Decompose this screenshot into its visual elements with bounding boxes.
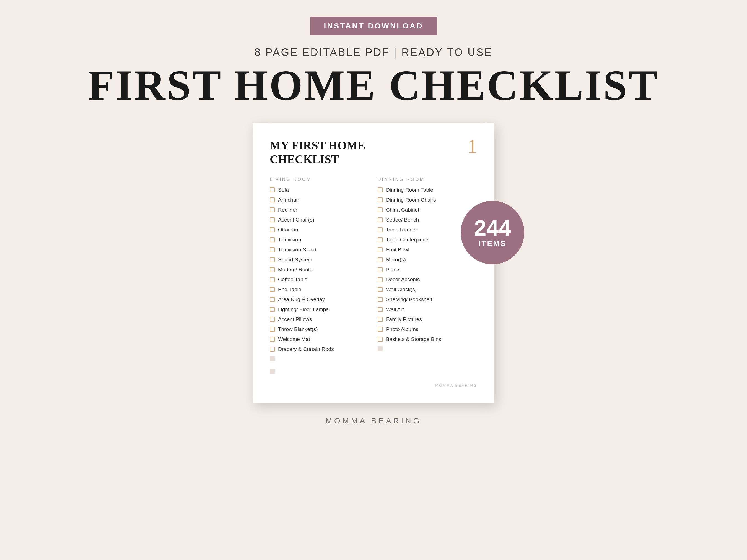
checkbox[interactable] <box>270 227 275 232</box>
checkbox[interactable] <box>378 227 383 232</box>
list-item: Wall Art <box>378 306 477 313</box>
checkbox[interactable] <box>270 317 275 322</box>
checkbox[interactable] <box>378 257 383 262</box>
checkbox[interactable] <box>270 187 275 192</box>
checkbox[interactable] <box>378 337 383 342</box>
list-item: Mirror(s) <box>378 257 477 263</box>
list-item: Recliner <box>270 207 369 213</box>
checkbox[interactable] <box>270 267 275 272</box>
list-item: Photo Albums <box>378 326 477 332</box>
dinning-room-col: DINNING ROOM Dinning Room Table Dinning … <box>378 177 477 378</box>
instant-download-badge: INSTANT DOWNLOAD <box>310 17 437 35</box>
checkbox[interactable] <box>270 287 275 292</box>
list-item: Accent Pillows <box>270 316 369 322</box>
checkbox[interactable] <box>378 267 383 272</box>
list-item <box>270 356 369 361</box>
doc-page-number: 1 <box>467 136 477 156</box>
list-item: Sound System <box>270 257 369 263</box>
checkbox[interactable] <box>378 217 383 222</box>
checkbox[interactable] <box>270 247 275 252</box>
list-item: End Table <box>270 287 369 293</box>
doc-title: MY FIRST HOME CHECKLIST <box>270 138 386 166</box>
list-item: Dinning Room Table <box>378 187 477 193</box>
brand-footer: MOMMA BEARING <box>326 417 422 425</box>
checkbox[interactable] <box>270 297 275 302</box>
list-item: Welcome Mat <box>270 336 369 342</box>
checkbox[interactable] <box>378 187 383 192</box>
list-item: Décor Accents <box>378 276 477 283</box>
list-item <box>378 346 477 351</box>
extra-checkboxes <box>378 346 477 355</box>
checkbox[interactable] <box>270 257 275 262</box>
badge-number: 244 <box>474 217 511 239</box>
dinning-room-heading: DINNING ROOM <box>378 177 477 182</box>
list-item: Accent Chair(s) <box>270 217 369 223</box>
list-item: Sofa <box>270 187 369 193</box>
empty-checkbox[interactable] <box>270 369 275 374</box>
list-item: Family Pictures <box>378 316 477 322</box>
list-item: Coffee Table <box>270 276 369 283</box>
checkbox[interactable] <box>270 327 275 332</box>
list-item: Wall Clock(s) <box>378 287 477 293</box>
checkbox[interactable] <box>378 317 383 322</box>
list-item: Fruit Bowl <box>378 247 477 253</box>
extra-checkboxes <box>270 356 369 378</box>
living-room-heading: LIVING ROOM <box>270 177 369 182</box>
list-item: Lighting/ Floor Lamps <box>270 306 369 313</box>
list-item: Shelving/ Bookshelf <box>378 296 477 302</box>
badge-items-label: ITEMS <box>479 239 507 248</box>
checkbox[interactable] <box>270 237 275 242</box>
list-item: Drapery & Curtain Rods <box>270 346 369 352</box>
list-item: Television Stand <box>270 247 369 253</box>
list-item: Ottoman <box>270 227 369 233</box>
list-item: Television <box>270 237 369 243</box>
checkbox[interactable] <box>270 347 275 352</box>
checkbox[interactable] <box>378 207 383 212</box>
list-item: Baskets & Storage Bins <box>378 336 477 342</box>
checkbox[interactable] <box>270 337 275 342</box>
checkbox[interactable] <box>270 207 275 212</box>
list-item: Dinning Room Chairs <box>378 197 477 203</box>
list-item: Plants <box>378 267 477 273</box>
checkbox[interactable] <box>270 307 275 312</box>
main-title: FIRST HOME CHECKLIST <box>88 64 659 107</box>
list-item: China Cabinet <box>378 207 477 213</box>
checkbox[interactable] <box>378 307 383 312</box>
checkbox[interactable] <box>378 297 383 302</box>
living-room-col: LIVING ROOM Sofa Armchair Recliner Accen… <box>270 177 369 378</box>
checkbox[interactable] <box>270 277 275 282</box>
document-wrapper: MY FIRST HOME CHECKLIST 1 LIVING ROOM So… <box>253 123 494 403</box>
empty-checkbox[interactable] <box>270 356 275 361</box>
checkbox[interactable] <box>378 287 383 292</box>
checkbox[interactable] <box>270 197 275 203</box>
document: MY FIRST HOME CHECKLIST 1 LIVING ROOM So… <box>253 123 494 403</box>
list-item <box>270 369 369 374</box>
doc-footer: MOMMA BEARING <box>270 383 477 388</box>
checkbox[interactable] <box>378 327 383 332</box>
doc-title-area: MY FIRST HOME CHECKLIST 1 <box>270 138 477 166</box>
list-item: Armchair <box>270 197 369 203</box>
subtitle: 8 PAGE EDITABLE PDF | READY TO USE <box>255 47 492 58</box>
checklist-columns: LIVING ROOM Sofa Armchair Recliner Accen… <box>270 177 477 378</box>
checkbox[interactable] <box>378 247 383 252</box>
checkbox[interactable] <box>270 217 275 222</box>
empty-checkbox[interactable] <box>378 346 383 351</box>
list-item: Modem/ Router <box>270 267 369 273</box>
list-item: Area Rug & Overlay <box>270 296 369 302</box>
badge-circle: 244 ITEMS <box>461 201 524 264</box>
top-section: INSTANT DOWNLOAD 8 PAGE EDITABLE PDF | R… <box>0 0 747 123</box>
dinning-room-items: Dinning Room Table Dinning Room Chairs C… <box>378 187 477 355</box>
checkbox[interactable] <box>378 237 383 242</box>
list-item: Throw Blanket(s) <box>270 326 369 332</box>
checkbox[interactable] <box>378 277 383 282</box>
living-room-items: Sofa Armchair Recliner Accent Chair(s) O… <box>270 187 369 378</box>
checkbox[interactable] <box>378 197 383 203</box>
